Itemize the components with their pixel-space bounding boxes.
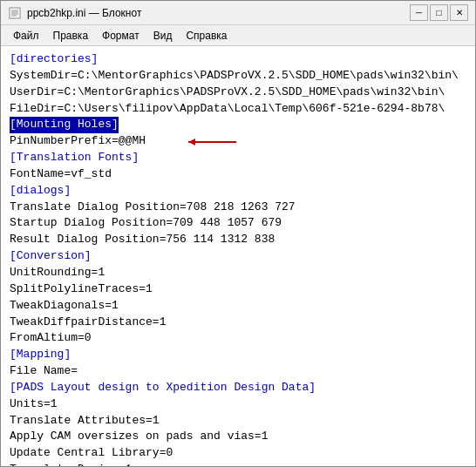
code-line-5: PinNumberPrefix=@@MH bbox=[10, 133, 466, 150]
code-line-22: Translate Attributes=1 bbox=[10, 413, 466, 430]
highlighted-section: [Mounting Holes] bbox=[10, 117, 119, 133]
menu-file[interactable]: Файл bbox=[8, 28, 44, 44]
code-line-7: FontName=vf_std bbox=[10, 166, 466, 183]
notepad-window: ppcb2hkp.ini — Блокнот ─ □ ✕ Файл Правка… bbox=[0, 0, 476, 467]
window-title: ppcb2hkp.ini — Блокнот bbox=[27, 7, 405, 19]
code-line-23: Apply CAM oversizes on pads and vias=1 bbox=[10, 429, 466, 445]
code-line-11: Result Dialog Position=756 114 1312 838 bbox=[10, 232, 466, 248]
code-line-21: Units=1 bbox=[10, 396, 466, 413]
code-line-25: Translate Design=1 bbox=[10, 462, 466, 466]
window-controls[interactable]: ─ □ ✕ bbox=[410, 4, 468, 21]
app-icon bbox=[8, 6, 22, 20]
code-line-15: TweakDiagonals=1 bbox=[10, 298, 466, 315]
code-line-13: UnitRounding=1 bbox=[10, 265, 466, 281]
code-line-19: File Name= bbox=[10, 363, 466, 380]
code-line-4: [Mounting Holes] bbox=[10, 117, 466, 133]
code-line-20: [PADS Layout design to Xpedition Design … bbox=[10, 380, 466, 396]
code-line-18: [Mapping] bbox=[10, 347, 466, 363]
code-line-16: TweakDiffpairDistance=1 bbox=[10, 315, 466, 331]
svg-rect-0 bbox=[10, 8, 20, 18]
close-button[interactable]: ✕ bbox=[450, 4, 468, 21]
code-line-3: FileDir=C:\Users\filipov\AppData\Local\T… bbox=[10, 101, 466, 118]
text-content[interactable]: [directories]SystemDir=C:\MentorGraphics… bbox=[1, 46, 475, 466]
code-line-17: FromAltium=0 bbox=[10, 330, 466, 347]
code-line-12: [Conversion] bbox=[10, 248, 466, 265]
code-line-24: Update Central Library=0 bbox=[10, 445, 466, 462]
minimize-button[interactable]: ─ bbox=[410, 4, 428, 21]
title-bar: ppcb2hkp.ini — Блокнот ─ □ ✕ bbox=[1, 1, 475, 25]
code-line-1: SystemDir=C:\MentorGraphics\PADSProVX.2.… bbox=[10, 68, 466, 85]
menu-bar: Файл Правка Формат Вид Справка bbox=[1, 25, 475, 46]
menu-format[interactable]: Формат bbox=[97, 28, 145, 44]
code-line-2: UserDir=C:\MentorGraphics\PADSProVX.2.5\… bbox=[10, 85, 466, 101]
code-line-14: SplitPolylineTraces=1 bbox=[10, 281, 466, 298]
code-line-10: Startup Dialog Position=709 448 1057 679 bbox=[10, 215, 466, 232]
code-line-9: Translate Dialog Position=708 218 1263 7… bbox=[10, 200, 466, 216]
code-line-8: [dialogs] bbox=[10, 183, 466, 200]
maximize-button[interactable]: □ bbox=[430, 4, 448, 21]
menu-view[interactable]: Вид bbox=[148, 28, 178, 44]
menu-edit[interactable]: Правка bbox=[48, 28, 94, 44]
code-line-0: [directories] bbox=[10, 51, 466, 68]
svg-marker-5 bbox=[188, 139, 195, 146]
menu-help[interactable]: Справка bbox=[180, 28, 232, 44]
red-arrow-icon bbox=[180, 133, 241, 151]
code-line-6: [Translation Fonts] bbox=[10, 150, 466, 166]
